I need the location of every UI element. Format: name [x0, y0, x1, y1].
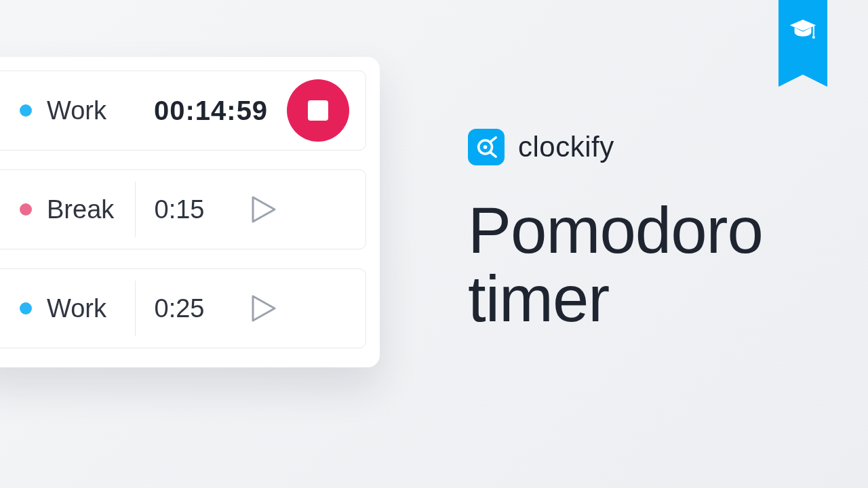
svg-point-1 — [812, 36, 815, 39]
svg-point-3 — [484, 145, 488, 149]
play-icon — [250, 195, 277, 224]
session-label: Work — [47, 294, 135, 323]
status-dot-icon — [20, 104, 32, 117]
timer-row-active: Work 00:14:59 — [0, 70, 366, 150]
play-icon — [250, 293, 277, 323]
education-ribbon — [778, 0, 827, 75]
stop-icon — [308, 100, 328, 121]
stop-button[interactable] — [287, 79, 349, 142]
status-dot-icon — [20, 302, 32, 314]
play-button[interactable] — [223, 293, 304, 323]
elapsed-time: 00:14:59 — [135, 96, 273, 126]
session-label: Work — [47, 96, 135, 125]
brand: clockify — [468, 129, 614, 165]
session-duration: 0:25 — [135, 281, 223, 336]
graduation-cap-icon — [788, 15, 818, 45]
page-title: Pomodorotimer — [468, 197, 763, 333]
timer-row-queued: Break 0:15 — [0, 169, 366, 249]
session-label: Break — [47, 195, 135, 224]
pomodoro-panel: Work 00:14:59 Break 0:15 Work 0:25 — [0, 57, 380, 367]
brand-name: clockify — [518, 131, 614, 163]
clockify-logo-icon — [468, 129, 505, 165]
timer-row-queued: Work 0:25 — [0, 268, 366, 348]
play-button[interactable] — [223, 195, 304, 224]
session-duration: 0:15 — [135, 182, 223, 237]
status-dot-icon — [20, 203, 32, 216]
